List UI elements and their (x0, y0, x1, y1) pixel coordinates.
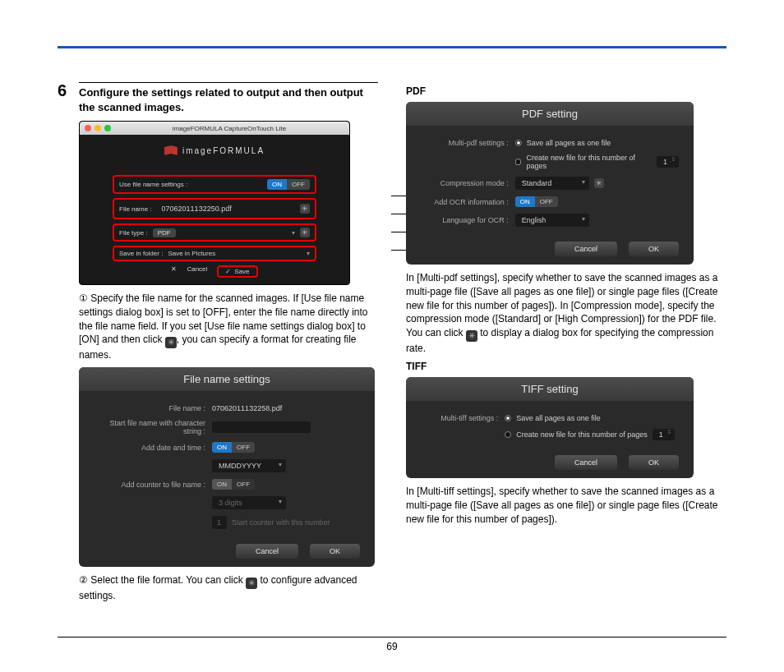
fn-cancel-button[interactable]: Cancel (236, 544, 298, 559)
radio-icon[interactable] (505, 415, 511, 421)
tiff-dialog: TIFF setting Multi-tiff settings : Save … (406, 377, 694, 478)
fn-r3-label: Add date and time : (94, 444, 205, 452)
pdf-pages-stepper[interactable]: 1 (657, 156, 679, 168)
pdf-ocr-lang-select[interactable]: English (515, 214, 589, 227)
paragraph-2: ② Select the file format. You can click … (58, 573, 378, 603)
fn-date-format-select[interactable]: MMDDYYYY (212, 459, 286, 472)
filetype-label: File type : (119, 229, 148, 237)
chevron-down-icon[interactable]: ▾ (292, 229, 295, 237)
gear-icon[interactable] (300, 228, 310, 237)
fn-date-toggle[interactable]: ONOFF (212, 442, 255, 453)
fn-ok-button[interactable]: OK (310, 544, 360, 559)
fn-prefix-input[interactable] (212, 421, 311, 433)
page-number: 69 (0, 641, 784, 652)
folder-value[interactable]: Save in Pictures (168, 250, 215, 257)
pdf-ok-button[interactable]: OK (629, 242, 679, 256)
step-number: 6 (58, 82, 72, 99)
app-screenshot: imageFORMULA CaptureOnTouch Lite imageFO… (79, 121, 424, 285)
app-window: imageFORMULA CaptureOnTouch Lite imageFO… (79, 121, 350, 285)
fn-r2-label: Start file name with character string : (94, 419, 205, 435)
close-icon: ✕ (171, 265, 177, 278)
book-icon (164, 146, 178, 154)
radio-icon[interactable] (515, 159, 522, 165)
pdf-dialog: PDF setting Multi-pdf settings : Save al… (406, 102, 694, 265)
tiff-cancel-button[interactable]: Cancel (555, 455, 617, 470)
page-bottom-rule (58, 637, 726, 637)
gear-icon[interactable] (594, 178, 604, 188)
page-top-rule (58, 46, 726, 48)
brand-text: imageFORMULA (182, 146, 265, 155)
output-row-filetype: File type : PDF ▾ (113, 223, 316, 242)
pdf-r4-label: Language for OCR : (421, 216, 509, 224)
pdf-r1-label: Multi-pdf settings : (421, 139, 509, 147)
tiff-heading: TIFF (406, 361, 726, 372)
tiff-dialog-title: TIFF setting (406, 377, 694, 401)
radio-icon[interactable] (515, 140, 522, 146)
fn-counter-toggle[interactable]: ONOFF (212, 479, 255, 490)
window-title: imageFORMULA CaptureOnTouch Lite (114, 125, 344, 132)
left-column: 6 Configure the settings related to outp… (58, 82, 378, 631)
use-filename-toggle[interactable]: ONOFF (267, 179, 310, 190)
filename-input[interactable]: 07062011132250.pdf (157, 202, 256, 215)
tiff-ok-button[interactable]: OK (629, 455, 679, 470)
filename-dialog: File name settings File name : 070620111… (79, 367, 375, 567)
cancel-button[interactable]: Cancel (187, 265, 207, 278)
save-button[interactable]: Save (234, 268, 249, 275)
p2a: Select the file format. You can click (90, 574, 246, 586)
chevron-down-icon[interactable]: ▾ (307, 250, 310, 257)
gear-icon[interactable] (300, 204, 310, 214)
pdf-compression-select[interactable]: Standard (515, 177, 589, 190)
pdf-heading: PDF (406, 85, 726, 97)
output-row-filename-toggle: Use file name settings : ONOFF (113, 175, 316, 194)
toggle-on: ON (267, 179, 287, 190)
tiff-opt1: Save all pages as one file (516, 414, 601, 422)
fn-counter-hint: Start counter with this number (232, 518, 330, 527)
step-6-heading: 6 Configure the settings related to outp… (58, 82, 378, 114)
filename-label: File name : (119, 205, 152, 213)
right-column: PDF PDF setting Multi-pdf settings : Sav… (406, 82, 726, 631)
tiff-paragraph: In [Multi-tiff settings], specify whethe… (406, 485, 726, 526)
toggle-off: OFF (287, 179, 310, 190)
fn-r1-label: File name : (94, 404, 205, 412)
use-filename-label: Use file name settings : (119, 181, 187, 188)
filetype-value[interactable]: PDF (153, 228, 176, 237)
fn-digits-select[interactable]: 3 digits (212, 496, 286, 509)
pdf-cancel-button[interactable]: Cancel (555, 242, 617, 256)
pdf-dialog-title: PDF setting (406, 102, 694, 126)
output-action-row: ✕Cancel ✓Save (113, 265, 316, 278)
fn-r1-value: 07062011132258.pdf (212, 404, 282, 412)
gear-icon (165, 337, 177, 348)
pdf-opt1: Save all pages as one file (527, 139, 611, 147)
gear-icon (246, 578, 257, 589)
minimize-dot-icon[interactable] (95, 125, 101, 131)
output-row-filename: File name : 07062011132250.pdf (113, 198, 316, 219)
gear-icon (466, 330, 477, 342)
output-row-folder: Save in folder : Save in Pictures ▾ (113, 246, 316, 261)
paragraph-1: ① Specify the file name for the scanned … (58, 292, 378, 362)
folder-label: Save in folder : (119, 250, 163, 257)
filename-dialog-wrap: File name settings File name : 070620111… (79, 367, 375, 567)
tiff-r1-label: Multi-tiff settings : (421, 414, 498, 422)
radio-icon[interactable] (505, 431, 511, 438)
pdf-paragraph: In [Multi-pdf settings], specify whether… (406, 271, 726, 356)
pdf-ocr-toggle[interactable]: ONOFF (515, 196, 558, 207)
app-brand: imageFORMULA (80, 135, 349, 175)
pdf-opt2: Create new file for this number of pages (526, 154, 652, 170)
step-title: Configure the settings related to output… (79, 82, 378, 114)
zoom-dot-icon[interactable] (104, 125, 111, 131)
save-button-highlight: ✓Save (217, 265, 257, 278)
page-body: 6 Configure the settings related to outp… (58, 82, 726, 631)
pdf-r3-label: Add OCR information : (421, 198, 509, 206)
tiff-opt2: Create new file for this number of pages (516, 430, 648, 439)
tiff-pages-stepper[interactable]: 1 (653, 429, 675, 440)
fn-r4-label: Add counter to file name : (94, 481, 205, 489)
filename-dialog-title: File name settings (79, 367, 375, 391)
close-dot-icon[interactable] (85, 125, 91, 131)
app-form: Use file name settings : ONOFF File name… (80, 175, 349, 278)
fn-counter-start-input[interactable]: 1 (212, 516, 227, 529)
pdf-r2-label: Compression mode : (421, 179, 509, 187)
check-icon: ✓ (225, 268, 231, 275)
mac-titlebar: imageFORMULA CaptureOnTouch Lite (80, 122, 349, 135)
